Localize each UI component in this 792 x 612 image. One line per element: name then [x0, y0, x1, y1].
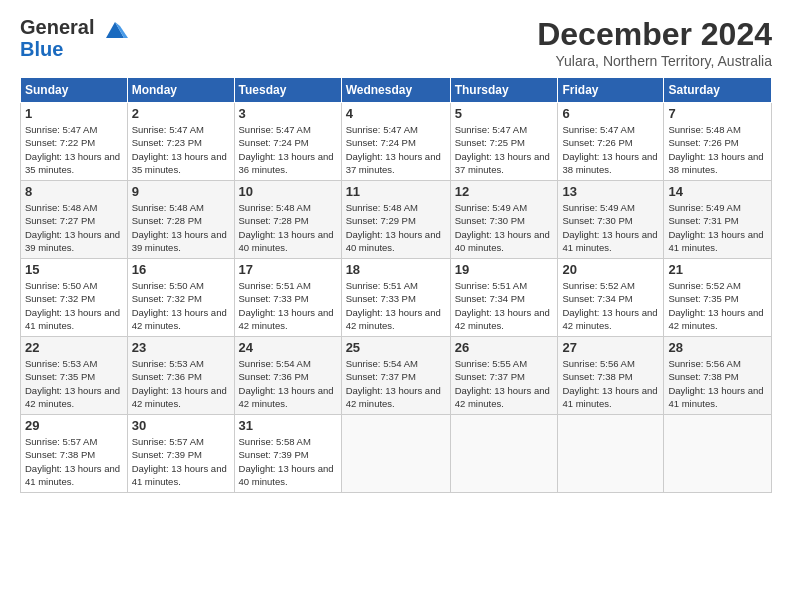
- day-number: 4: [346, 106, 446, 121]
- day-number: 14: [668, 184, 767, 199]
- calendar-cell: [450, 415, 558, 493]
- day-info: Sunrise: 5:51 AMSunset: 7:33 PMDaylight:…: [239, 279, 337, 332]
- day-info: Sunrise: 5:47 AMSunset: 7:22 PMDaylight:…: [25, 123, 123, 176]
- day-number: 13: [562, 184, 659, 199]
- day-info: Sunrise: 5:54 AMSunset: 7:36 PMDaylight:…: [239, 357, 337, 410]
- day-info: Sunrise: 5:48 AMSunset: 7:27 PMDaylight:…: [25, 201, 123, 254]
- day-info: Sunrise: 5:57 AMSunset: 7:39 PMDaylight:…: [132, 435, 230, 488]
- day-info: Sunrise: 5:48 AMSunset: 7:28 PMDaylight:…: [239, 201, 337, 254]
- calendar-cell: 15Sunrise: 5:50 AMSunset: 7:32 PMDayligh…: [21, 259, 128, 337]
- day-number: 16: [132, 262, 230, 277]
- header-tuesday: Tuesday: [234, 78, 341, 103]
- calendar-cell: 29Sunrise: 5:57 AMSunset: 7:38 PMDayligh…: [21, 415, 128, 493]
- logo: General Blue: [20, 16, 128, 61]
- day-number: 19: [455, 262, 554, 277]
- month-year-title: December 2024: [537, 16, 772, 53]
- calendar-cell: 12Sunrise: 5:49 AMSunset: 7:30 PMDayligh…: [450, 181, 558, 259]
- calendar-cell: 7Sunrise: 5:48 AMSunset: 7:26 PMDaylight…: [664, 103, 772, 181]
- day-info: Sunrise: 5:52 AMSunset: 7:34 PMDaylight:…: [562, 279, 659, 332]
- day-info: Sunrise: 5:48 AMSunset: 7:28 PMDaylight:…: [132, 201, 230, 254]
- day-number: 1: [25, 106, 123, 121]
- calendar-cell: 19Sunrise: 5:51 AMSunset: 7:34 PMDayligh…: [450, 259, 558, 337]
- calendar-cell: 11Sunrise: 5:48 AMSunset: 7:29 PMDayligh…: [341, 181, 450, 259]
- day-info: Sunrise: 5:49 AMSunset: 7:30 PMDaylight:…: [562, 201, 659, 254]
- day-number: 18: [346, 262, 446, 277]
- day-info: Sunrise: 5:47 AMSunset: 7:23 PMDaylight:…: [132, 123, 230, 176]
- day-number: 24: [239, 340, 337, 355]
- day-number: 12: [455, 184, 554, 199]
- calendar-week-row: 29Sunrise: 5:57 AMSunset: 7:38 PMDayligh…: [21, 415, 772, 493]
- calendar-cell: 28Sunrise: 5:56 AMSunset: 7:38 PMDayligh…: [664, 337, 772, 415]
- day-number: 23: [132, 340, 230, 355]
- day-info: Sunrise: 5:58 AMSunset: 7:39 PMDaylight:…: [239, 435, 337, 488]
- location-subtitle: Yulara, Northern Territory, Australia: [537, 53, 772, 69]
- calendar-cell: 18Sunrise: 5:51 AMSunset: 7:33 PMDayligh…: [341, 259, 450, 337]
- day-info: Sunrise: 5:48 AMSunset: 7:29 PMDaylight:…: [346, 201, 446, 254]
- calendar-cell: 31Sunrise: 5:58 AMSunset: 7:39 PMDayligh…: [234, 415, 341, 493]
- day-info: Sunrise: 5:53 AMSunset: 7:35 PMDaylight:…: [25, 357, 123, 410]
- calendar-cell: 30Sunrise: 5:57 AMSunset: 7:39 PMDayligh…: [127, 415, 234, 493]
- header-wednesday: Wednesday: [341, 78, 450, 103]
- weekday-header-row: Sunday Monday Tuesday Wednesday Thursday…: [21, 78, 772, 103]
- calendar-page: General Blue December 2024 Yulara, North…: [0, 0, 792, 612]
- calendar-cell: 20Sunrise: 5:52 AMSunset: 7:34 PMDayligh…: [558, 259, 664, 337]
- calendar-cell: 24Sunrise: 5:54 AMSunset: 7:36 PMDayligh…: [234, 337, 341, 415]
- header-thursday: Thursday: [450, 78, 558, 103]
- header-saturday: Saturday: [664, 78, 772, 103]
- day-info: Sunrise: 5:50 AMSunset: 7:32 PMDaylight:…: [25, 279, 123, 332]
- calendar-cell: 21Sunrise: 5:52 AMSunset: 7:35 PMDayligh…: [664, 259, 772, 337]
- page-header: General Blue December 2024 Yulara, North…: [20, 16, 772, 69]
- calendar-table: Sunday Monday Tuesday Wednesday Thursday…: [20, 77, 772, 493]
- calendar-cell: 17Sunrise: 5:51 AMSunset: 7:33 PMDayligh…: [234, 259, 341, 337]
- day-number: 31: [239, 418, 337, 433]
- calendar-cell: 23Sunrise: 5:53 AMSunset: 7:36 PMDayligh…: [127, 337, 234, 415]
- day-number: 20: [562, 262, 659, 277]
- day-info: Sunrise: 5:49 AMSunset: 7:30 PMDaylight:…: [455, 201, 554, 254]
- header-friday: Friday: [558, 78, 664, 103]
- day-number: 15: [25, 262, 123, 277]
- day-number: 27: [562, 340, 659, 355]
- calendar-week-row: 15Sunrise: 5:50 AMSunset: 7:32 PMDayligh…: [21, 259, 772, 337]
- calendar-cell: 1Sunrise: 5:47 AMSunset: 7:22 PMDaylight…: [21, 103, 128, 181]
- day-number: 2: [132, 106, 230, 121]
- day-info: Sunrise: 5:47 AMSunset: 7:24 PMDaylight:…: [239, 123, 337, 176]
- day-number: 9: [132, 184, 230, 199]
- day-info: Sunrise: 5:54 AMSunset: 7:37 PMDaylight:…: [346, 357, 446, 410]
- calendar-cell: 25Sunrise: 5:54 AMSunset: 7:37 PMDayligh…: [341, 337, 450, 415]
- day-info: Sunrise: 5:56 AMSunset: 7:38 PMDaylight:…: [562, 357, 659, 410]
- logo-general: General: [20, 16, 94, 38]
- calendar-cell: 27Sunrise: 5:56 AMSunset: 7:38 PMDayligh…: [558, 337, 664, 415]
- calendar-cell: 3Sunrise: 5:47 AMSunset: 7:24 PMDaylight…: [234, 103, 341, 181]
- calendar-cell: 9Sunrise: 5:48 AMSunset: 7:28 PMDaylight…: [127, 181, 234, 259]
- calendar-week-row: 22Sunrise: 5:53 AMSunset: 7:35 PMDayligh…: [21, 337, 772, 415]
- day-info: Sunrise: 5:50 AMSunset: 7:32 PMDaylight:…: [132, 279, 230, 332]
- day-number: 7: [668, 106, 767, 121]
- calendar-cell: [341, 415, 450, 493]
- calendar-cell: 14Sunrise: 5:49 AMSunset: 7:31 PMDayligh…: [664, 181, 772, 259]
- day-number: 25: [346, 340, 446, 355]
- day-info: Sunrise: 5:51 AMSunset: 7:33 PMDaylight:…: [346, 279, 446, 332]
- calendar-cell: 16Sunrise: 5:50 AMSunset: 7:32 PMDayligh…: [127, 259, 234, 337]
- day-info: Sunrise: 5:51 AMSunset: 7:34 PMDaylight:…: [455, 279, 554, 332]
- day-number: 30: [132, 418, 230, 433]
- calendar-cell: 6Sunrise: 5:47 AMSunset: 7:26 PMDaylight…: [558, 103, 664, 181]
- day-number: 11: [346, 184, 446, 199]
- day-info: Sunrise: 5:47 AMSunset: 7:26 PMDaylight:…: [562, 123, 659, 176]
- day-info: Sunrise: 5:56 AMSunset: 7:38 PMDaylight:…: [668, 357, 767, 410]
- day-number: 10: [239, 184, 337, 199]
- header-monday: Monday: [127, 78, 234, 103]
- logo-blue: Blue: [20, 38, 128, 61]
- day-number: 26: [455, 340, 554, 355]
- day-number: 8: [25, 184, 123, 199]
- calendar-cell: 2Sunrise: 5:47 AMSunset: 7:23 PMDaylight…: [127, 103, 234, 181]
- logo-icon: [102, 18, 128, 40]
- day-number: 22: [25, 340, 123, 355]
- day-number: 29: [25, 418, 123, 433]
- calendar-cell: 4Sunrise: 5:47 AMSunset: 7:24 PMDaylight…: [341, 103, 450, 181]
- calendar-cell: 13Sunrise: 5:49 AMSunset: 7:30 PMDayligh…: [558, 181, 664, 259]
- calendar-cell: 8Sunrise: 5:48 AMSunset: 7:27 PMDaylight…: [21, 181, 128, 259]
- calendar-cell: 26Sunrise: 5:55 AMSunset: 7:37 PMDayligh…: [450, 337, 558, 415]
- day-info: Sunrise: 5:49 AMSunset: 7:31 PMDaylight:…: [668, 201, 767, 254]
- calendar-week-row: 1Sunrise: 5:47 AMSunset: 7:22 PMDaylight…: [21, 103, 772, 181]
- day-number: 28: [668, 340, 767, 355]
